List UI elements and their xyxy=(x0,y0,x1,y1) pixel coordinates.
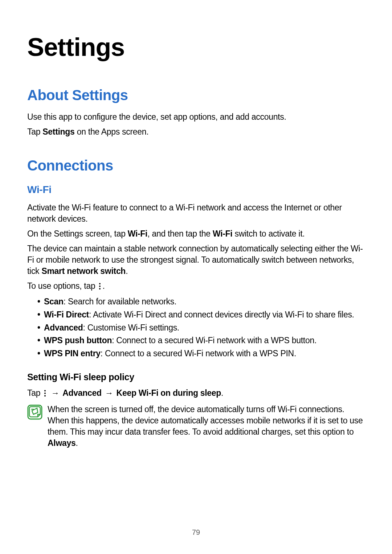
sleep-p1-b2: Keep Wi-Fi on during sleep xyxy=(117,388,221,398)
more-options-icon xyxy=(43,390,47,397)
option-label: Wi-Fi Direct xyxy=(44,310,89,319)
note-icon xyxy=(27,405,42,420)
wifi-options-list: Scan: Search for available networks. Wi-… xyxy=(27,295,365,360)
page-content: Settings About Settings Use this app to … xyxy=(0,0,392,449)
arrow-icon: → xyxy=(51,387,59,399)
list-item: Scan: Search for available networks. xyxy=(37,295,365,308)
option-label: WPS PIN entry xyxy=(44,349,101,358)
list-item: WPS PIN entry: Connect to a secured Wi-F… xyxy=(37,347,365,360)
connections-heading: Connections xyxy=(27,157,365,174)
about-p2: Tap Settings on the Apps screen. xyxy=(27,126,365,138)
option-label: WPS push button xyxy=(44,336,112,345)
option-text: : Connect to a secured Wi-Fi network wit… xyxy=(101,349,296,358)
about-p1: Use this app to configure the device, se… xyxy=(27,111,365,123)
wifi-p4-a: To use options, tap xyxy=(27,281,97,291)
page-number: 79 xyxy=(0,528,392,537)
wifi-p4-b: . xyxy=(102,281,105,291)
wifi-heading: Wi-Fi xyxy=(27,184,365,196)
sleep-p1-a: Tap xyxy=(27,388,42,398)
about-p2-bold: Settings xyxy=(42,127,74,136)
note-a: When the screen is turned off, the devic… xyxy=(48,405,363,436)
wifi-p1: Activate the Wi-Fi feature to connect to… xyxy=(27,202,365,225)
wifi-p2-a: On the Settings screen, tap xyxy=(27,229,128,238)
wifi-p3-b: . xyxy=(126,266,128,276)
option-text: : Search for available networks. xyxy=(64,297,176,306)
page-title: Settings xyxy=(27,33,365,62)
note-text: When the screen is turned off, the devic… xyxy=(48,404,365,449)
note-block: When the screen is turned off, the devic… xyxy=(27,404,365,449)
wifi-sleep-heading: Setting Wi-Fi sleep policy xyxy=(27,372,365,382)
about-p2-prefix: Tap xyxy=(27,127,42,136)
option-text: : Connect to a secured Wi-Fi network wit… xyxy=(112,336,317,345)
wifi-p3: The device can maintain a stable network… xyxy=(27,243,365,277)
wifi-p2-b1: Wi-Fi xyxy=(128,229,148,238)
wifi-sleep-p1: Tap → Advanced → Keep Wi-Fi on during sl… xyxy=(27,387,365,399)
note-b: . xyxy=(75,438,78,448)
sleep-p1-end: . xyxy=(221,388,223,398)
arrow-icon: → xyxy=(105,387,113,399)
wifi-p3-bold: Smart network switch xyxy=(41,266,126,276)
more-options-icon xyxy=(98,283,102,290)
option-label: Advanced xyxy=(44,323,83,332)
sleep-p1-b1: Advanced xyxy=(62,388,102,398)
list-item: WPS push button: Connect to a secured Wi… xyxy=(37,334,365,347)
wifi-p2-c: switch to activate it. xyxy=(232,229,305,238)
wifi-p2-b: , and then tap the xyxy=(147,229,213,238)
about-settings-heading: About Settings xyxy=(27,87,365,103)
note-bold: Always xyxy=(48,438,75,448)
option-text: : Customise Wi-Fi settings. xyxy=(83,323,179,332)
option-label: Scan xyxy=(44,297,64,306)
wifi-p2-b2: Wi-Fi xyxy=(213,229,233,238)
wifi-p4: To use options, tap . xyxy=(27,280,365,292)
list-item: Advanced: Customise Wi-Fi settings. xyxy=(37,321,365,335)
about-p2-suffix: on the Apps screen. xyxy=(75,127,149,136)
option-text: : Activate Wi-Fi Direct and connect devi… xyxy=(89,310,354,319)
list-item: Wi-Fi Direct: Activate Wi-Fi Direct and … xyxy=(37,308,365,321)
wifi-p2: On the Settings screen, tap Wi-Fi, and t… xyxy=(27,228,365,239)
